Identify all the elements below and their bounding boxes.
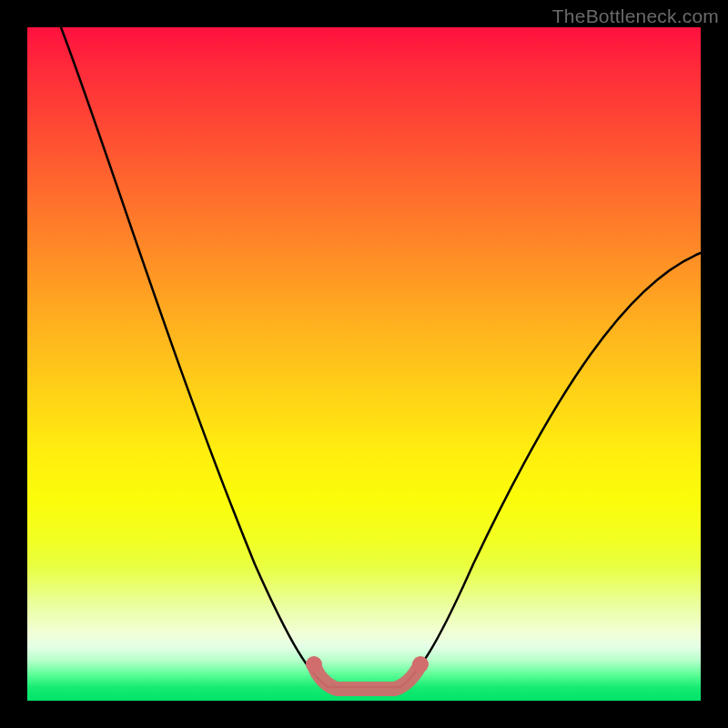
watermark-text: TheBottleneck.com: [552, 5, 719, 27]
min-band-dot-right: [412, 656, 429, 672]
curve-layer: [27, 27, 701, 701]
main-curve: [61, 27, 701, 687]
min-band-highlight: [314, 664, 420, 689]
plot-area: [27, 27, 701, 701]
chart-frame: TheBottleneck.com: [0, 0, 728, 728]
min-band-dot-left: [306, 656, 322, 672]
